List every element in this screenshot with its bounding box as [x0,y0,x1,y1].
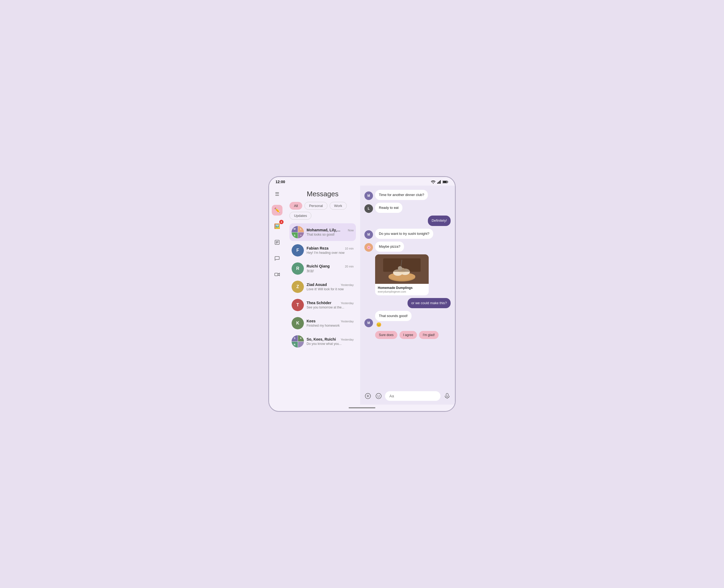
conv-preview: That looks so good! [306,233,354,236]
chat-icon[interactable] [272,253,282,264]
message-bubble: Maybe pizza? [375,241,404,252]
conv-preview: Love it! Will look for it now [306,287,354,291]
filter-work[interactable]: Work [329,202,347,210]
avatar: F [292,244,304,256]
list-item[interactable]: T Thea Schöder Yesterday See you tomorro… [290,296,356,314]
filter-personal[interactable]: Personal [304,202,327,210]
wifi-icon [431,180,435,184]
quick-reply-sure-does[interactable]: Sure does [375,331,397,339]
message-input[interactable] [385,391,441,401]
svg-rect-4 [440,180,441,184]
avatar: 🌸 [364,243,373,252]
conv-time: Now [348,229,354,232]
conversation-list: M L S + Mohammad, Lily, So Now That look… [290,223,356,350]
filter-updates[interactable]: Updates [290,212,312,219]
status-bar: 12:00 [269,177,455,186]
chat-panel: M Time for another dinner club? L Ready … [360,186,455,404]
message-row: Definitely! [364,215,451,226]
chat-input-bar [360,388,455,404]
avatar: T [292,299,304,311]
svg-rect-1 [437,183,438,184]
conv-time: Yesterday [341,320,354,323]
avatar: M [364,191,373,200]
status-time: 12:00 [276,180,285,184]
avatar: M [364,319,373,327]
card-image [375,254,429,284]
conv-preview: Finished my homework [306,324,354,328]
notes-icon[interactable] [272,237,282,248]
avatar: L [364,204,373,213]
quick-replies: Sure does I agree I'm glad! [364,330,451,341]
home-bar [348,407,376,408]
conv-preview: 加油! [306,269,354,273]
list-item[interactable]: R Ruichi Qiang 20 min 加油! [290,260,356,277]
compose-icon[interactable]: ✏️ [272,205,282,215]
avatar: M [364,230,373,239]
message-bubble: Definitely! [428,215,451,226]
avatar: S K R [292,335,304,348]
app-container: ☰ ✏️ 🖼️ 4 [269,186,455,404]
message-row: M Do you want to try sushi tonight? [364,229,451,239]
message-bubble: Ready to eat [375,203,402,213]
list-item[interactable]: M L S + Mohammad, Lily, So Now That look… [290,223,356,241]
filter-all[interactable]: All [290,202,302,210]
inbox-icon[interactable]: 🖼️ 4 [272,221,282,232]
message-row: M Time for another dinner club? [364,190,451,200]
conv-name: Thea Schöder [306,301,332,305]
list-item[interactable]: F Fabian Reza 10 min Hey! I'm heading ov… [290,241,356,259]
svg-rect-6 [448,181,448,182]
svg-rect-2 [438,182,439,184]
conv-preview: See you tomorrow at the... [306,306,354,309]
card-title: Homemade Dumplings [378,286,426,290]
quick-reply-i-agree[interactable]: I agree [400,331,417,339]
conv-preview: Hey! I'm heading over now [306,251,354,255]
conv-name: Ziad Aouad [306,282,327,287]
message-row: or we could make this? [364,298,451,308]
svg-rect-7 [443,181,447,183]
conv-name: Fabian Reza [306,246,328,250]
card-url: everydumplingever.com [378,290,426,293]
svg-point-27 [379,395,379,396]
battery-icon [443,181,448,184]
messages-title: Messages [290,186,356,202]
conv-time: Yesterday [341,301,354,305]
list-item[interactable]: Z Ziad Aouad Yesterday Love it! Will loo… [290,278,356,296]
conv-name: Ruichi Qiang [306,264,329,268]
conv-preview: Do you know what you... [306,342,354,346]
conv-name: Mohammad, Lily, So [306,228,341,232]
svg-point-0 [433,183,434,184]
conv-time: Yesterday [341,338,354,341]
quick-reply-im-glad[interactable]: I'm glad! [419,331,439,339]
conv-name: So, Kees, Ruichi [306,337,336,341]
list-item[interactable]: K Kees Yesterday Finished my homework [290,314,356,332]
voice-input-button[interactable] [443,392,451,401]
inbox-badge: 4 [279,220,283,224]
emoji-button[interactable] [375,392,383,401]
message-card[interactable]: Homemade Dumplings everydumplingever.com [375,254,429,295]
video-icon[interactable] [272,269,282,280]
svg-rect-12 [275,273,278,276]
message-row: 🌸 Maybe pizza? [364,241,451,252]
svg-rect-3 [439,181,440,184]
add-attachment-button[interactable] [364,392,372,401]
conv-name: Kees [306,319,315,323]
chat-messages: M Time for another dinner club? L Ready … [360,186,455,388]
message-bubble: or we could make this? [407,298,451,308]
avatar: M L S + [292,226,304,238]
conv-time: 20 min [345,265,354,268]
signal-icon [437,180,441,184]
filter-row: All Personal Work Updates [290,202,356,219]
list-item[interactable]: S K R So, Kees, Ruichi Yesterday Do you … [290,333,356,350]
avatar: Z [292,280,304,293]
svg-rect-21 [383,258,421,272]
message-bubble: That sounds good! [375,311,411,321]
conv-time: 10 min [345,247,354,250]
reaction-emoji: 😊 [375,322,411,327]
hamburger-menu-icon[interactable]: ☰ [272,189,282,200]
sidebar: ☰ ✏️ 🖼️ 4 [269,186,285,404]
status-icons [431,180,448,184]
message-bubble: Do you want to try sushi tonight? [375,229,433,239]
svg-point-25 [376,393,381,399]
messages-panel: Messages All Personal Work Updates M L S… [285,186,360,404]
message-row: M That sounds good! 😊 [364,311,451,327]
